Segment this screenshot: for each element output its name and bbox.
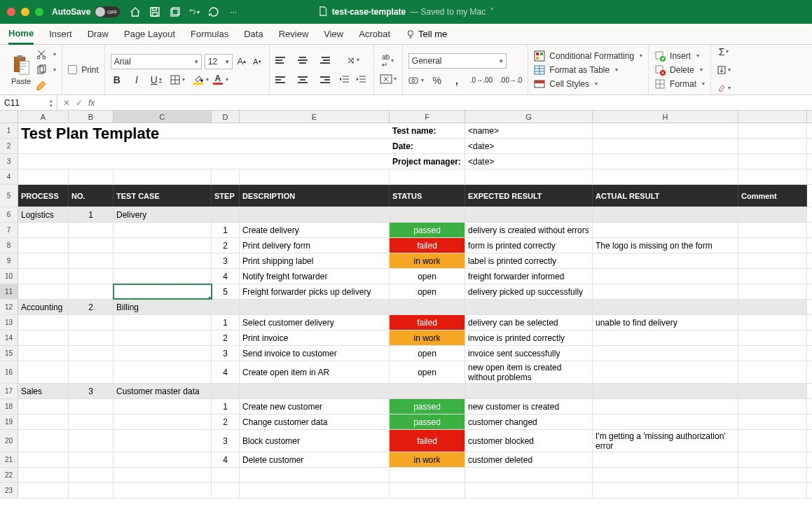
status-cell[interactable]: failed [390,430,465,452]
col-C[interactable]: C [113,111,212,123]
cell[interactable] [113,238,212,253]
col-G[interactable]: G [465,111,593,123]
description-cell[interactable]: Freight forwarder picks up delivery [240,284,390,299]
italic-button[interactable]: I [130,74,143,86]
comment-cell[interactable] [738,253,807,268]
cell[interactable] [212,169,240,184]
actual-cell[interactable]: I'm getting a 'missing authorization' er… [593,430,738,452]
cell[interactable] [240,139,390,153]
undo-icon[interactable]: ▾ [188,6,200,18]
comment-cell[interactable] [738,361,807,383]
row-7[interactable]: 7 [0,223,18,237]
comment-cell[interactable] [738,315,807,330]
fx-icon[interactable]: fx [88,98,95,108]
col-B[interactable]: B [69,111,113,123]
print-checkbox[interactable] [68,65,77,74]
row-16[interactable]: 16 [0,361,18,383]
name-box[interactable]: C11 ▴▾ [0,95,57,110]
cell[interactable] [212,154,240,169]
cell[interactable] [18,361,69,383]
description-cell[interactable]: Print invoice [240,330,390,345]
expected-cell[interactable]: delivery can be selected [465,315,593,330]
font-size-select[interactable]: 12▾ [205,54,233,69]
conditional-formatting-button[interactable]: Conditional Formatting▾ [534,50,642,62]
cell[interactable] [113,154,212,169]
cell[interactable] [465,169,593,184]
enter-formula-icon[interactable]: ✓ [76,98,83,108]
status-cell[interactable]: passed [390,414,465,429]
row-23[interactable]: 23 [0,483,18,498]
maximize-window[interactable] [35,8,43,16]
decrease-font-icon[interactable]: A▾ [251,55,263,68]
cell[interactable] [69,315,113,330]
actual-cell[interactable] [593,269,738,284]
actual-cell[interactable] [593,346,738,361]
row-20[interactable]: 20 [0,430,18,452]
align-center-icon[interactable] [295,72,310,88]
row-8[interactable]: 8 [0,238,18,253]
expected-cell[interactable]: label is printed correctly [465,253,593,268]
tab-data[interactable]: Data [244,25,263,43]
cell-styles-button[interactable]: Cell Styles▾ [534,78,642,90]
actual-cell[interactable] [593,284,738,299]
col-I[interactable] [738,111,807,123]
close-window[interactable] [7,8,15,16]
actual-cell[interactable] [593,330,738,345]
comment-cell[interactable] [738,414,807,429]
tab-home[interactable]: Home [8,24,34,45]
wrap-text-icon[interactable]: ab↵▾ [382,55,394,67]
row-12[interactable]: 12 [0,300,18,314]
row-11[interactable]: 11 [0,284,18,299]
step-cell[interactable]: 2 [212,330,240,345]
comment-cell[interactable] [738,430,807,452]
cell[interactable] [69,346,113,361]
comment-cell[interactable] [738,399,807,414]
cell[interactable] [212,123,240,138]
row-14[interactable]: 14 [0,330,18,345]
align-right-icon[interactable] [315,72,330,88]
step-cell[interactable]: 4 [212,269,240,284]
cell[interactable] [69,330,113,345]
no-cell[interactable]: 2 [69,300,113,314]
cell[interactable] [113,483,212,498]
cell[interactable] [18,269,69,284]
cell[interactable] [240,154,390,169]
comment-cell[interactable] [738,452,807,467]
font-name-select[interactable]: Arial▾ [111,54,202,69]
format-painter-icon[interactable] [35,79,48,92]
cell[interactable] [738,207,807,222]
cell[interactable] [593,207,738,222]
cell[interactable] [113,223,212,237]
cell[interactable] [69,169,113,184]
cell[interactable] [69,430,113,452]
expected-cell[interactable]: customer deleted [465,452,593,467]
increase-indent-icon[interactable] [355,74,368,86]
comment-cell[interactable] [738,346,807,361]
cell[interactable]: <date> [465,139,593,153]
tab-page-layout[interactable]: Page Layout [124,25,175,43]
comment-cell[interactable] [738,269,807,284]
cell[interactable] [390,300,465,314]
status-cell[interactable]: passed [390,399,465,414]
no-cell[interactable]: 3 [69,384,113,398]
comment-cell[interactable] [738,238,807,253]
status-cell[interactable]: open [390,346,465,361]
cell[interactable] [593,483,738,498]
cell[interactable] [240,384,390,398]
cell[interactable] [593,468,738,482]
cell[interactable] [113,452,212,467]
comment-cell[interactable] [738,330,807,345]
cell[interactable] [593,300,738,314]
actual-cell[interactable]: unable to find delivery [593,315,738,330]
step-cell[interactable]: 3 [212,346,240,361]
cell[interactable] [593,139,738,153]
cell[interactable] [738,154,807,169]
process-cell[interactable]: Sales [18,384,69,398]
table-header[interactable]: NO. [69,185,113,207]
cell[interactable] [69,269,113,284]
no-cell[interactable]: 1 [69,207,113,222]
table-header[interactable]: TEST CASE [113,185,212,207]
cell[interactable] [18,223,69,237]
actual-cell[interactable]: The logo is missing on the form [593,238,738,253]
paste-icon[interactable] [11,55,31,76]
